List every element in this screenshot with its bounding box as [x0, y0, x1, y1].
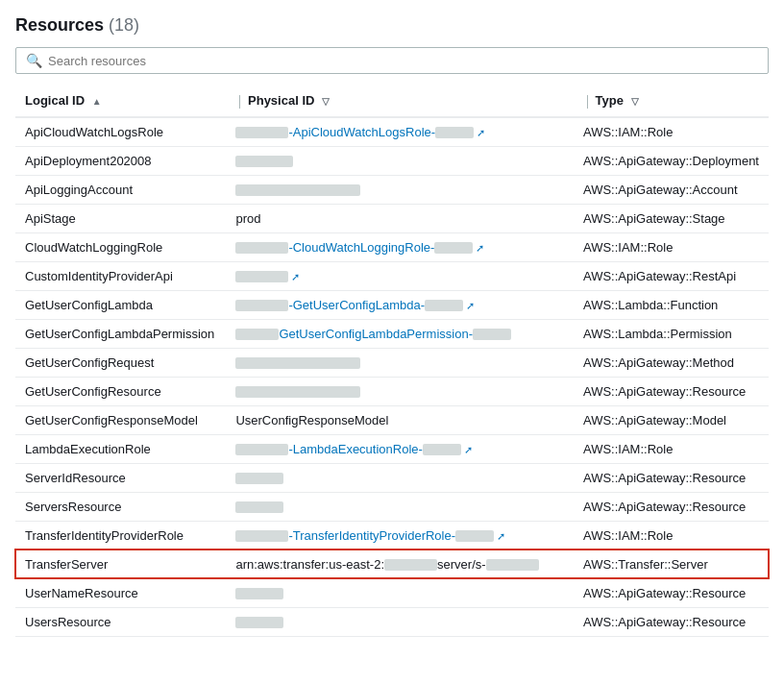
cell-logical-id: UserNameResource	[15, 578, 226, 607]
external-link-icon[interactable]: ➚	[464, 444, 473, 456]
table-row: GetUserConfigResponseModelUserConfigResp…	[15, 405, 769, 434]
cell-logical-id: TransferServer	[15, 550, 226, 578]
cell-physical-id	[226, 377, 574, 405]
redacted-bar	[235, 501, 283, 513]
cell-physical-id: arn:aws:transfer:us-east-2:server/s-	[226, 550, 574, 578]
cell-physical-id: -LambdaExecutionRole-➚	[226, 434, 574, 463]
arn-post-text: server/s-	[437, 557, 486, 572]
redacted-post	[423, 444, 461, 455]
cell-type: AWS::ApiGateway::Resource	[574, 463, 769, 492]
cell-logical-id: GetUserConfigRequest	[15, 348, 226, 377]
cell-logical-id: UsersResource	[15, 607, 226, 636]
page: Resources (18) 🔍 Logical ID ▲ Physical I…	[0, 0, 784, 684]
cell-logical-id: GetUserConfigResponseModel	[15, 405, 226, 434]
cell-type: AWS::ApiGateway::Deployment	[574, 146, 769, 175]
redacted-bar	[235, 357, 360, 369]
cell-type: AWS::IAM::Role	[574, 521, 769, 550]
physical-id-link[interactable]: -CloudWatchLoggingRole-	[288, 240, 434, 255]
redacted-mid	[384, 559, 437, 571]
physical-id-link[interactable]: -TransferIdentityProviderRole-	[288, 528, 455, 543]
cell-type: AWS::IAM::Role	[574, 434, 769, 463]
search-icon: 🔍	[26, 53, 42, 68]
table-row: GetUserConfigLambda-GetUserConfigLambda-…	[15, 290, 769, 319]
cell-type: AWS::Lambda::Permission	[574, 319, 769, 348]
cell-type: AWS::ApiGateway::Resource	[574, 377, 769, 405]
col-divider-1	[239, 95, 240, 109]
redacted-post	[455, 530, 494, 542]
search-bar[interactable]: 🔍	[15, 47, 769, 74]
redacted-bar	[235, 473, 283, 484]
table-row: TransferIdentityProviderRole-TransferIde…	[15, 521, 769, 550]
cell-logical-id: ApiDeployment202008	[15, 146, 226, 175]
cell-physical-id: prod	[226, 204, 574, 232]
table-row: ServerIdResourceAWS::ApiGateway::Resourc…	[15, 463, 769, 492]
cell-physical-id	[226, 607, 574, 636]
table-row: UserNameResourceAWS::ApiGateway::Resourc…	[15, 578, 769, 607]
cell-logical-id: GetUserConfigLambda	[15, 290, 226, 319]
cell-type: AWS::ApiGateway::Resource	[574, 607, 769, 636]
cell-physical-id	[226, 348, 574, 377]
cell-physical-id	[226, 578, 574, 607]
col-label-type: Type	[596, 93, 624, 108]
cell-logical-id: GetUserConfigResource	[15, 377, 226, 405]
resources-header: Resources (18)	[15, 15, 769, 36]
redacted-bar	[235, 156, 293, 167]
cell-type: AWS::Lambda::Function	[574, 290, 769, 319]
cell-physical-id	[226, 463, 574, 492]
table-row: GetUserConfigLambdaPermissionGetUserConf…	[15, 319, 769, 348]
external-link-icon[interactable]: ➚	[466, 300, 475, 312]
cell-type: AWS::ApiGateway::Resource	[574, 492, 769, 521]
cell-type: AWS::IAM::Role	[574, 232, 769, 261]
cell-logical-id: ApiCloudWatchLogsRole	[15, 117, 226, 147]
table-row: CloudWatchLoggingRole-CloudWatchLoggingR…	[15, 232, 769, 261]
cell-physical-id: ➚	[226, 261, 574, 290]
redacted-pre	[235, 300, 288, 311]
cell-logical-id: ApiStage	[15, 204, 226, 232]
cell-physical-id: -GetUserConfigLambda-➚	[226, 290, 574, 319]
search-input[interactable]	[48, 54, 758, 68]
table-row: ApiDeployment202008AWS::ApiGateway::Depl…	[15, 146, 769, 175]
redacted-bar	[235, 184, 360, 196]
cell-logical-id: ServersResource	[15, 492, 226, 521]
col-header-physical-id[interactable]: Physical ID ▽	[226, 86, 574, 117]
redacted-end	[486, 559, 539, 571]
external-link-icon[interactable]: ➚	[291, 271, 300, 283]
physical-id-link[interactable]: -ApiCloudWatchLogsRole-	[288, 125, 435, 139]
col-header-type[interactable]: Type ▽	[574, 86, 769, 117]
physical-id-link[interactable]: -LambdaExecutionRole-	[288, 442, 422, 456]
external-link-icon[interactable]: ➚	[476, 242, 484, 255]
external-link-icon[interactable]: ➚	[477, 127, 485, 139]
cell-logical-id: CustomIdentityProviderApi	[15, 261, 226, 290]
redacted-pre	[235, 530, 288, 542]
col-divider-2	[587, 95, 588, 109]
cell-type: AWS::Transfer::Server	[574, 550, 769, 578]
cell-type: AWS::ApiGateway::Model	[574, 405, 769, 434]
cell-logical-id: CloudWatchLoggingRole	[15, 232, 226, 261]
cell-type: AWS::ApiGateway::Account	[574, 175, 769, 204]
cell-logical-id: LambdaExecutionRole	[15, 434, 226, 463]
filter-icon-physical: ▽	[322, 96, 330, 107]
cell-logical-id: GetUserConfigLambdaPermission	[15, 319, 226, 348]
physical-id-link[interactable]: GetUserConfigLambdaPermission-	[279, 327, 473, 341]
cell-physical-id: UserConfigResponseModel	[226, 405, 574, 434]
table-row: UsersResourceAWS::ApiGateway::Resource	[15, 607, 769, 636]
table-row: ApiStageprodAWS::ApiGateway::Stage	[15, 204, 769, 232]
redacted-post	[435, 127, 474, 138]
redacted-pre	[235, 242, 288, 254]
table-row: GetUserConfigResourceAWS::ApiGateway::Re…	[15, 377, 769, 405]
cell-logical-id: ServerIdResource	[15, 463, 226, 492]
physical-id-link[interactable]: -GetUserConfigLambda-	[288, 298, 425, 312]
table-row: CustomIdentityProviderApi➚AWS::ApiGatewa…	[15, 261, 769, 290]
redacted-bar	[235, 271, 288, 282]
redacted-bar	[235, 386, 360, 398]
cell-type: AWS::ApiGateway::Stage	[574, 204, 769, 232]
col-label-logical-id: Logical ID	[25, 93, 85, 108]
cell-logical-id: ApiLoggingAccount	[15, 175, 226, 204]
table-row: GetUserConfigRequestAWS::ApiGateway::Met…	[15, 348, 769, 377]
external-link-icon[interactable]: ➚	[497, 530, 505, 543]
cell-physical-id: -ApiCloudWatchLogsRole-➚	[226, 117, 574, 147]
sort-asc-icon: ▲	[92, 96, 102, 107]
redacted-pre	[235, 127, 288, 138]
col-header-logical-id[interactable]: Logical ID ▲	[15, 86, 226, 117]
page-title: Resources	[15, 15, 104, 36]
